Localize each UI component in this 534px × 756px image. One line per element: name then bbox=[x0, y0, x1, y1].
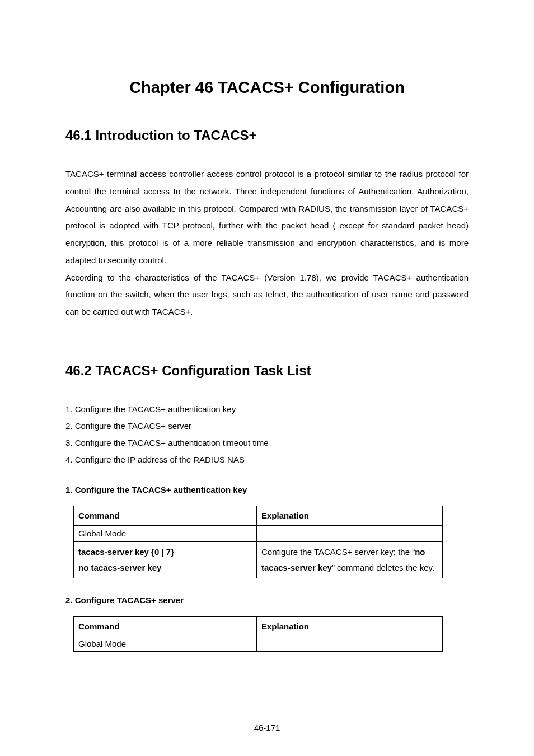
table-cell-mode: Global Mode bbox=[74, 636, 257, 652]
table-cell-empty bbox=[257, 525, 443, 541]
page-footer: 46-171 bbox=[0, 723, 534, 732]
table-row: tacacs-server key {0 | 7} no tacacs-serv… bbox=[74, 541, 443, 578]
list-item: 3. Configure the TACACS+ authentication … bbox=[65, 435, 469, 451]
table-row: Global Mode bbox=[74, 636, 443, 652]
table-cell-empty bbox=[257, 636, 443, 652]
table-header-command: Command bbox=[74, 617, 257, 636]
table-row: Global Mode bbox=[74, 525, 443, 541]
section-heading-1: 46.1 Introduction to TACACS+ bbox=[65, 128, 469, 143]
chapter-title: Chapter 46 TACACS+ Configuration bbox=[65, 78, 469, 97]
command-line-1: tacacs-server key {0 | 7} bbox=[78, 544, 252, 560]
explanation-text-pre: Configure the TACACS+ server key; the “ bbox=[261, 547, 415, 557]
table-cell-command: tacacs-server key {0 | 7} no tacacs-serv… bbox=[74, 541, 257, 578]
table-header-row: Command Explanation bbox=[74, 617, 443, 636]
list-item: 1. Configure the TACACS+ authentication … bbox=[65, 401, 469, 418]
config-table-2: Command Explanation Global Mode bbox=[73, 616, 443, 652]
explanation-text-post: ” command deletes the key. bbox=[332, 563, 434, 572]
body-paragraph-2: According to the characteristics of the … bbox=[65, 269, 469, 321]
table-title-1: 1. Configure the TACACS+ authentication … bbox=[65, 485, 469, 494]
section-heading-2: 46.2 TACACS+ Configuration Task List bbox=[65, 363, 469, 379]
task-list: 1. Configure the TACACS+ authentication … bbox=[65, 401, 469, 468]
table-header-explanation: Explanation bbox=[257, 617, 443, 636]
table-title-2: 2. Configure TACACS+ server bbox=[65, 595, 469, 605]
list-item: 2. Configure the TACACS+ server bbox=[65, 418, 469, 435]
table-header-command: Command bbox=[74, 506, 257, 525]
list-item: 4. Configure the IP address of the RADIU… bbox=[65, 451, 469, 468]
table-header-row: Command Explanation bbox=[74, 506, 443, 525]
table-header-explanation: Explanation bbox=[257, 506, 443, 525]
command-line-2: no tacacs-server key bbox=[78, 560, 252, 576]
table-cell-mode: Global Mode bbox=[74, 525, 257, 541]
config-table-1: Command Explanation Global Mode tacacs-s… bbox=[73, 506, 443, 579]
table-cell-explanation: Configure the TACACS+ server key; the “n… bbox=[257, 541, 443, 578]
body-paragraph-1: TACACS+ terminal access controller acces… bbox=[65, 166, 469, 269]
